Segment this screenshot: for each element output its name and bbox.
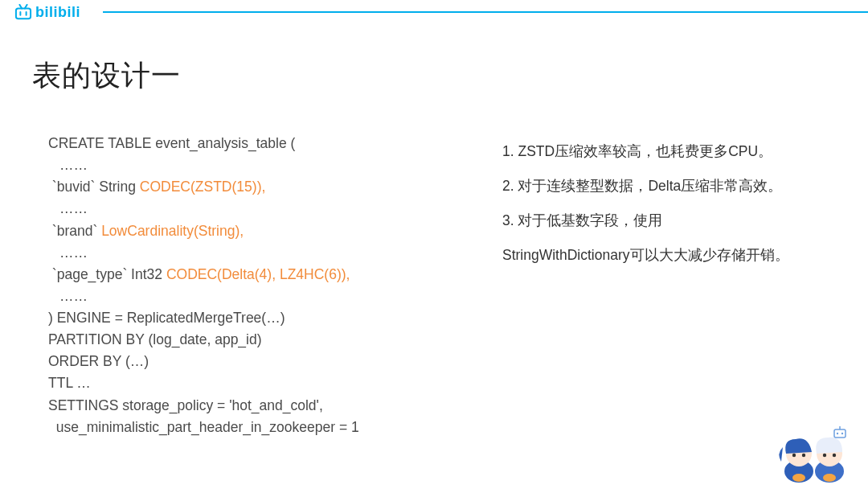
code-line: `brand` LowCardinality(String),	[48, 220, 454, 242]
code-text: `brand`	[48, 223, 101, 239]
code-highlight: CODEC(ZSTD(15)),	[140, 179, 266, 195]
code-block: CREATE TABLE event_analysis_table ( …… `…	[48, 133, 454, 438]
note-line: 2. 对于连续整型数据，Delta压缩非常高效。	[502, 169, 836, 203]
svg-point-17	[841, 433, 843, 434]
svg-point-7	[792, 454, 796, 457]
svg-rect-15	[834, 429, 845, 438]
slide-content: CREATE TABLE event_analysis_table ( …… `…	[0, 133, 868, 438]
code-line: ……	[48, 242, 454, 264]
svg-rect-0	[16, 8, 31, 18]
code-line: ……	[48, 198, 454, 220]
svg-point-8	[802, 454, 805, 457]
code-highlight: LowCardinality(String),	[101, 223, 244, 239]
code-line: `buvid` String CODEC(ZSTD(15)),	[48, 176, 454, 198]
code-line: PARTITION BY (log_date, app_id)	[48, 329, 454, 351]
header-divider	[103, 11, 868, 13]
code-line: use_minimalistic_part_header_in_zookeepe…	[48, 417, 454, 438]
svg-point-16	[837, 433, 838, 434]
code-line: ) ENGINE = ReplicatedMergeTree(…)	[48, 307, 454, 329]
note-line: 1. ZSTD压缩效率较高，也耗费更多CPU。	[502, 134, 836, 169]
code-text: `buvid` String	[48, 179, 140, 195]
top-bar: bilibili	[0, 0, 868, 24]
bilibili-tv-icon	[14, 4, 32, 20]
svg-point-9	[792, 474, 805, 482]
code-line: ORDER BY (…)	[48, 351, 454, 372]
note-line: StringWithDictionary可以大大减少存储开销。	[502, 238, 836, 273]
svg-point-13	[833, 454, 836, 457]
code-line: TTL …	[48, 372, 454, 394]
note-line: 3. 对于低基数字段，使用	[502, 203, 836, 238]
svg-point-14	[823, 474, 836, 482]
slide-title: 表的设计一	[32, 56, 868, 96]
code-highlight: CODEC(Delta(4), LZ4HC(6)),	[166, 266, 350, 282]
code-text: `page_type` Int32	[48, 266, 166, 282]
code-line: ……	[48, 154, 454, 176]
mascot-illustration	[765, 415, 862, 487]
logo-text: bilibili	[35, 4, 80, 21]
bilibili-logo: bilibili	[14, 4, 80, 21]
svg-point-12	[823, 454, 826, 457]
code-line: `page_type` Int32 CODEC(Delta(4), LZ4HC(…	[48, 264, 454, 286]
code-line: ……	[48, 286, 454, 307]
code-line: CREATE TABLE event_analysis_table (	[48, 133, 454, 154]
code-line: SETTINGS storage_policy = 'hot_and_cold'…	[48, 395, 454, 417]
notes-block: 1. ZSTD压缩效率较高，也耗费更多CPU。 2. 对于连续整型数据，Delt…	[502, 133, 868, 438]
